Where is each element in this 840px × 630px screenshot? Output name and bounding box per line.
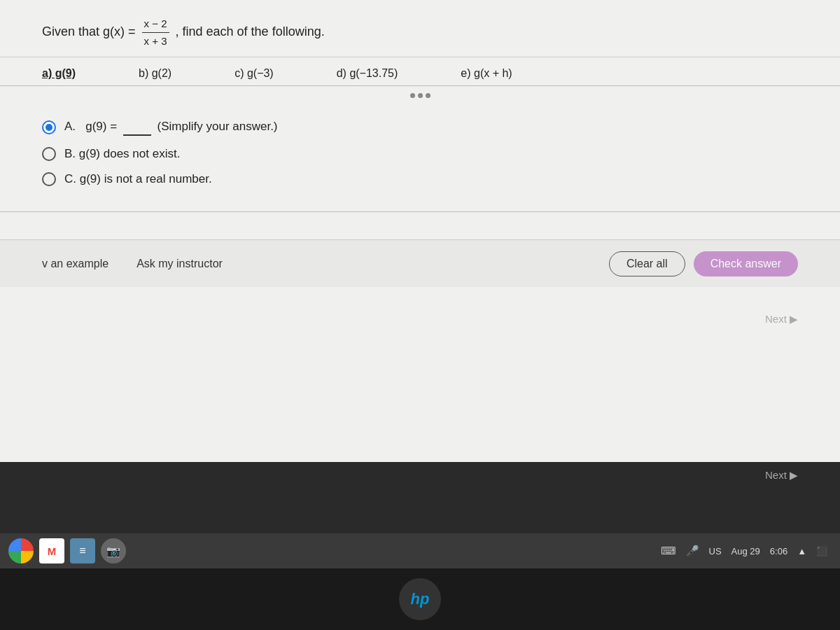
fraction-numerator: x − 2 — [142, 15, 169, 33]
dots-row — [0, 86, 840, 105]
choice-c-radio[interactable] — [42, 172, 56, 186]
screen: Given that g(x) = x − 2 x + 3 , find eac… — [0, 0, 840, 630]
dot-1 — [410, 93, 415, 98]
next-label-dark[interactable]: Next ▶ — [765, 469, 798, 481]
action-bar: v an example Ask my instructor Clear all… — [0, 239, 840, 287]
keyboard-icon: ⌨ — [661, 545, 676, 557]
choice-a-text-before: A. g(9) = — [64, 120, 117, 133]
time-display: 6:06 — [770, 546, 788, 556]
intro-end-text: , find each of the following. — [176, 24, 325, 38]
choice-c-row[interactable]: C. g(9) is not a real number. — [42, 172, 798, 186]
next-area-dark[interactable]: Next ▶ — [765, 469, 798, 482]
system-tray: ⌨ 🎤 US Aug 29 6:06 ▲ ⬛ — [630, 533, 840, 568]
view-example-link[interactable]: v an example — [42, 258, 108, 270]
choice-a-input[interactable] — [123, 119, 151, 136]
answer-choices: A. g(9) = (Simplify your answer.) B. g(9… — [0, 105, 840, 211]
sub-question-b[interactable]: b) g(2) — [139, 67, 172, 80]
ask-instructor-link[interactable]: Ask my instructor — [136, 258, 223, 270]
sub-question-d[interactable]: d) g(−13.75) — [337, 67, 398, 80]
divider-bottom — [0, 211, 840, 212]
problem-statement: Given that g(x) = x − 2 x + 3 , find eac… — [42, 15, 798, 50]
chrome-icon[interactable] — [8, 538, 34, 564]
choice-a-row[interactable]: A. g(9) = (Simplify your answer.) — [42, 119, 798, 136]
quiz-area: Given that g(x) = x − 2 x + 3 , find eac… — [0, 0, 840, 462]
choice-c-label: C. g(9) is not a real number. — [64, 172, 212, 186]
choice-b-row[interactable]: B. g(9) does not exist. — [42, 147, 798, 161]
wifi-icon: ⬛ — [816, 546, 827, 556]
choice-a-radio-inner — [46, 124, 52, 131]
dot-2 — [418, 93, 423, 98]
files-icon[interactable]: ≡ — [70, 538, 95, 564]
sub-question-a[interactable]: a) g(9) — [42, 67, 76, 80]
dots-indicator — [410, 93, 430, 98]
choice-a-label: A. g(9) = (Simplify your answer.) — [64, 119, 278, 136]
hp-logo: hp — [399, 578, 441, 620]
problem-header: Given that g(x) = x − 2 x + 3 , find eac… — [0, 0, 840, 57]
next-navigation[interactable]: Next ▶ — [765, 313, 798, 326]
bottom-bezel: hp — [0, 568, 840, 630]
next-label[interactable]: Next ▶ — [765, 313, 798, 325]
check-answer-button[interactable]: Check answer — [694, 251, 798, 276]
sub-questions-row: a) g(9) b) g(2) c) g(−3) d) g(−13.75) e)… — [0, 57, 840, 85]
choice-a-radio[interactable] — [42, 120, 56, 134]
fraction: x − 2 x + 3 — [142, 15, 169, 50]
intro-text: Given that g(x) = — [42, 24, 136, 38]
battery-icon: ▲ — [797, 546, 806, 556]
mic-icon: 🎤 — [686, 545, 699, 557]
language-indicator: US — [709, 546, 722, 556]
choice-b-label: B. g(9) does not exist. — [64, 147, 180, 161]
fraction-denominator: x + 3 — [142, 33, 169, 50]
clear-all-button[interactable]: Clear all — [609, 251, 685, 276]
sub-question-c[interactable]: c) g(−3) — [234, 67, 274, 80]
choice-a-text-after: (Simplify your answer.) — [158, 120, 278, 133]
camera-icon[interactable]: 📷 — [101, 538, 126, 564]
choice-b-radio[interactable] — [42, 147, 56, 161]
date-display: Aug 29 — [732, 546, 760, 556]
gmail-icon[interactable]: M — [39, 538, 64, 564]
dot-3 — [426, 93, 430, 98]
sub-question-e[interactable]: e) g(x + h) — [461, 67, 512, 80]
